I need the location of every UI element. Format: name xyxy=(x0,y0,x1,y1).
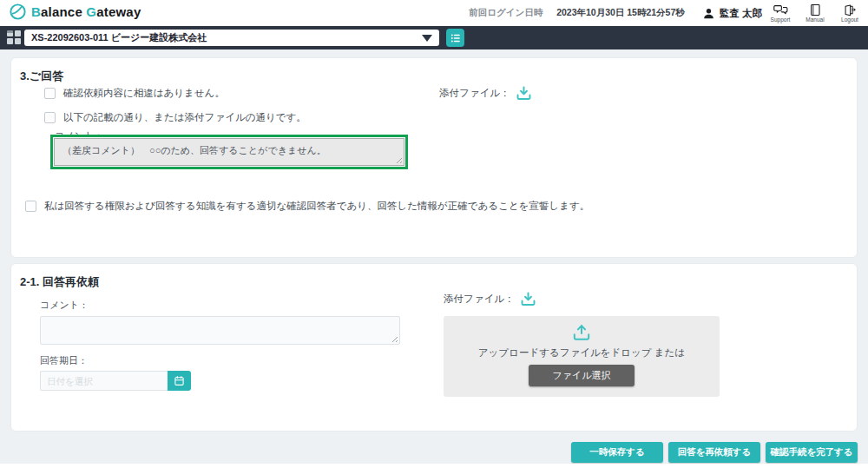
logo-swoosh-icon xyxy=(9,3,27,21)
footer-actions: 一時保存する 回答を再依頼する 確認手続を完了する xyxy=(571,442,858,463)
file-select-button[interactable]: ファイル選択 xyxy=(529,365,634,386)
checkbox-declaration[interactable]: 私は回答する権限および回答する知識を有する適切な確認回答者であり、回答した情報が… xyxy=(25,200,589,213)
rerequest-section-title: 2-1. 回答再依頼 xyxy=(20,274,99,290)
comment-text: （差戻コメント） ○○のため、回答することができません。 xyxy=(62,145,326,155)
manual-label: Manual xyxy=(806,16,824,23)
file-dropzone[interactable]: アップロードするファイルをドロップ または ファイル選択 xyxy=(444,316,720,397)
declaration-label: 私は回答する権限および回答する知識を有する適切な確認回答者であり、回答した情報が… xyxy=(44,200,589,213)
rerequest-comment-label: コメント： xyxy=(40,299,89,312)
case-select-dropdown[interactable]: XS-22092603-011 ビージー建設株式会社 xyxy=(24,30,439,46)
resize-handle[interactable] xyxy=(390,334,398,342)
response-section: 3.ご回答 確認依頼内容に相違はありません。 添付ファイル： 以下の記載の通り、… xyxy=(10,57,858,258)
list-view-button[interactable] xyxy=(446,29,464,47)
complete-button[interactable]: 確認手続を完了する xyxy=(766,442,858,463)
manual-button[interactable]: Manual xyxy=(799,3,832,23)
due-date-group xyxy=(40,371,191,391)
rerequest-attachment: 添付ファイル： xyxy=(444,292,536,307)
navbar: XS-22092603-011 ビージー建設株式会社 xyxy=(0,26,868,49)
checkbox-box[interactable] xyxy=(25,201,36,212)
support-chat-icon xyxy=(773,3,788,16)
rerequest-comment-textarea[interactable] xyxy=(40,316,400,345)
calendar-icon xyxy=(174,375,185,386)
last-login-value: 2023年10月30日 15時21分57秒 xyxy=(556,7,685,19)
brand-text: Balance Gateway xyxy=(31,4,141,19)
rerequest-section: 2-1. 回答再依頼 コメント： 回答期日： 添付ファイル： xyxy=(10,263,858,432)
checkbox-label: 確認依頼内容に相違はありません。 xyxy=(63,87,225,100)
support-label: Support xyxy=(771,16,791,23)
download-icon[interactable] xyxy=(516,86,532,101)
response-attachment: 添付ファイル： xyxy=(439,86,532,101)
bottom-strip xyxy=(0,464,868,468)
attachment-label: 添付ファイル： xyxy=(439,87,510,100)
page: Balance Gateway 前回ログイン日時 2023年10月30日 15時… xyxy=(0,0,868,468)
response-section-title: 3.ご回答 xyxy=(20,69,63,84)
user-icon xyxy=(702,7,715,20)
app-header: Balance Gateway 前回ログイン日時 2023年10月30日 15時… xyxy=(0,0,868,26)
checkbox-no-discrepancy[interactable]: 確認依頼内容に相違はありません。 xyxy=(44,87,225,100)
header-right: 前回ログイン日時 2023年10月30日 15時21分57秒 監査 太郎 Sup… xyxy=(469,0,866,26)
calendar-button[interactable] xyxy=(168,371,191,391)
case-select-value: XS-22092603-011 ビージー建設株式会社 xyxy=(31,31,207,44)
save-draft-button[interactable]: 一時保存する xyxy=(571,442,663,463)
rerequest-button[interactable]: 回答を再依頼する xyxy=(668,442,760,463)
checkbox-as-described[interactable]: 以下の記載の通り、または添付ファイルの通りです。 xyxy=(44,111,306,124)
checkbox-label: 以下の記載の通り、または添付ファイルの通りです。 xyxy=(63,111,306,124)
dropzone-text: アップロードするファイルをドロップ または xyxy=(444,346,720,359)
highlight-annotation: （差戻コメント） ○○のため、回答することができません。 xyxy=(50,135,408,169)
download-icon[interactable] xyxy=(520,292,536,307)
user-info: 監査 太郎 xyxy=(702,7,762,20)
main-content: 3.ご回答 確認依頼内容に相違はありません。 添付ファイル： 以下の記載の通り、… xyxy=(0,49,868,468)
due-date-input[interactable] xyxy=(40,371,168,391)
app-logo: Balance Gateway xyxy=(9,3,141,21)
dropdown-arrow-icon xyxy=(422,35,432,42)
logout-button[interactable]: Logout xyxy=(833,3,866,23)
apps-grid-icon[interactable] xyxy=(7,30,22,45)
due-date-label: 回答期日： xyxy=(40,354,88,367)
resize-handle[interactable] xyxy=(394,155,402,163)
logout-door-icon xyxy=(843,3,857,16)
manual-book-icon xyxy=(809,3,821,16)
last-login-label: 前回ログイン日時 xyxy=(469,7,542,19)
support-button[interactable]: Support xyxy=(764,3,797,23)
response-comment-textarea[interactable]: （差戻コメント） ○○のため、回答することができません。 xyxy=(54,138,404,166)
list-icon xyxy=(450,32,462,44)
checkbox-box[interactable] xyxy=(44,112,56,123)
user-name: 監査 太郎 xyxy=(720,7,762,20)
attachment-label: 添付ファイル： xyxy=(444,293,515,306)
logout-label: Logout xyxy=(841,16,858,23)
checkbox-box[interactable] xyxy=(44,88,56,99)
upload-icon xyxy=(572,324,591,341)
